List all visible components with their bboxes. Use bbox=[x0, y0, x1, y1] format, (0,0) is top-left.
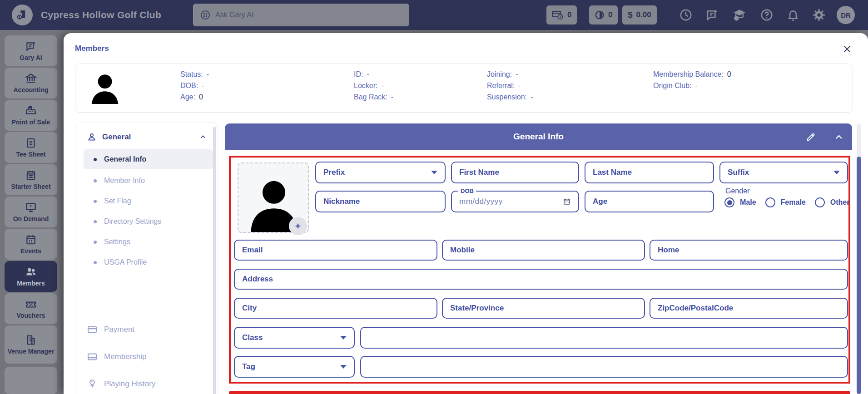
city-field[interactable] bbox=[234, 298, 437, 319]
summary-col-4: Membership Balance:0 Origin Club:- bbox=[653, 70, 731, 90]
class-value-field[interactable] bbox=[360, 327, 848, 349]
sidebar-item-gary-ai[interactable]: Gary AI bbox=[5, 35, 57, 66]
summary-dob: DOB:- bbox=[180, 82, 209, 90]
user-initials: DR bbox=[841, 11, 851, 19]
notes-sparkle-icon[interactable] bbox=[703, 0, 721, 30]
chevron-up-icon[interactable] bbox=[199, 133, 207, 141]
credit-card-icon bbox=[87, 324, 98, 335]
nav-item-usga-profile[interactable]: USGA Profile bbox=[84, 252, 213, 272]
sidebar-item-point-of-sale[interactable]: Point of Sale bbox=[5, 100, 57, 131]
address-field[interactable] bbox=[234, 269, 848, 290]
sidebar-item-tee-sheet[interactable]: Tee Sheet bbox=[5, 132, 57, 163]
close-icon[interactable] bbox=[839, 41, 855, 57]
mobile-field[interactable] bbox=[442, 240, 645, 261]
member-nav-panel: General General Info Member Info Set Fla… bbox=[75, 123, 218, 394]
members-people-icon bbox=[25, 266, 37, 278]
cash-register-icon bbox=[25, 105, 37, 117]
tag-select[interactable]: Tag bbox=[234, 356, 355, 378]
nav-section-payment[interactable]: Payment bbox=[87, 320, 209, 340]
nav-scrollbar[interactable] bbox=[213, 127, 216, 394]
chevron-down-icon bbox=[340, 336, 347, 340]
bullet-icon bbox=[94, 220, 97, 223]
summary-col-2: ID:- Locker:- Bag Rack:- bbox=[354, 70, 393, 101]
edit-pencil-icon[interactable] bbox=[803, 129, 818, 145]
section-title: General Info bbox=[513, 132, 564, 142]
user-avatar[interactable]: DR bbox=[837, 6, 855, 24]
last-name-field[interactable] bbox=[585, 162, 714, 183]
sidebar-item-venue-manager[interactable]: Venue Manager bbox=[5, 325, 57, 364]
summary-age: Age:0 bbox=[180, 93, 209, 101]
nav-section-playing-history[interactable]: Playing History bbox=[87, 374, 209, 394]
dob-field[interactable]: DOB mm/dd/yyyy bbox=[451, 191, 579, 212]
notifications-bell-icon[interactable] bbox=[784, 0, 802, 30]
summary-bag-rack: Bag Rack:- bbox=[354, 93, 393, 101]
cash-badge[interactable]: $ 0.00 bbox=[622, 5, 657, 25]
bullet-icon bbox=[94, 158, 97, 161]
add-photo-button[interactable] bbox=[289, 217, 307, 235]
sidebar-item-partial[interactable] bbox=[5, 367, 57, 394]
person-icon bbox=[87, 132, 97, 142]
ask-gary-search[interactable]: Ask Gary AI bbox=[193, 4, 409, 26]
sidebar-item-accounting[interactable]: Accounting bbox=[5, 68, 57, 98]
radio-female[interactable] bbox=[765, 197, 775, 207]
club-logo: $ bbox=[12, 5, 33, 25]
nav-item-general-info[interactable]: General Info bbox=[84, 149, 213, 169]
email-field[interactable] bbox=[234, 240, 437, 261]
club-logo-icon: $ bbox=[15, 8, 29, 22]
nav-item-directory-settings[interactable]: Directory Settings bbox=[84, 212, 213, 231]
nav-item-set-flag[interactable]: Set Flag bbox=[84, 191, 213, 211]
sidebar-item-on-demand[interactable]: On Demand bbox=[5, 197, 57, 227]
timer-count: 0 bbox=[608, 10, 612, 20]
timer-badge[interactable]: 0 bbox=[589, 5, 618, 25]
home-phone-field[interactable] bbox=[650, 240, 848, 261]
plus-icon bbox=[294, 222, 302, 230]
sidebar-item-events[interactable]: Events bbox=[5, 229, 57, 260]
svg-text:$: $ bbox=[735, 16, 738, 20]
radio-male[interactable] bbox=[724, 197, 734, 207]
content-scrollbar-thumb[interactable] bbox=[857, 157, 861, 394]
terminal-queue-badge[interactable]: 0 bbox=[546, 5, 577, 25]
calendar-icon[interactable] bbox=[563, 197, 571, 206]
search-placeholder: Ask Gary AI bbox=[215, 11, 253, 19]
nav-section-general[interactable]: General bbox=[87, 129, 207, 145]
chevron-down-icon bbox=[340, 365, 347, 369]
calendar-icon bbox=[25, 234, 37, 246]
clock-icon[interactable] bbox=[677, 0, 695, 30]
summary-col-1: Status:- DOB:- Age:0 bbox=[180, 70, 209, 101]
tag-value-field[interactable] bbox=[360, 356, 848, 378]
bank-icon bbox=[25, 73, 37, 84]
summary-origin-club: Origin Club:- bbox=[653, 82, 731, 90]
summary-id: ID:- bbox=[354, 70, 393, 79]
building-icon bbox=[25, 334, 37, 346]
dob-value: mm/dd/yyyy bbox=[459, 197, 503, 206]
sidebar-item-members[interactable]: Members bbox=[5, 261, 57, 292]
settings-gear-icon[interactable] bbox=[809, 0, 828, 30]
help-icon[interactable] bbox=[758, 0, 776, 30]
collapse-chevron-icon[interactable] bbox=[831, 129, 847, 145]
first-name-field[interactable] bbox=[451, 162, 579, 183]
sidebar-item-vouchers[interactable]: Vouchers bbox=[5, 293, 57, 324]
summary-col-3: Joining:- Referral:- Suspension:- bbox=[487, 70, 533, 101]
zipcode-field[interactable] bbox=[650, 298, 848, 319]
nav-section-membership[interactable]: Membership bbox=[87, 347, 209, 367]
radio-other[interactable] bbox=[815, 197, 825, 207]
state-province-field[interactable] bbox=[442, 298, 645, 319]
summary-suspension: Suspension:- bbox=[487, 93, 533, 101]
training-icon[interactable]: $ bbox=[729, 0, 749, 30]
suffix-select[interactable]: Suffix bbox=[719, 162, 848, 183]
nav-item-member-info[interactable]: Member Info bbox=[84, 171, 213, 191]
prefix-select[interactable]: Prefix bbox=[315, 162, 446, 183]
membership-card-icon bbox=[87, 351, 98, 362]
cash-amount: 0.00 bbox=[636, 10, 651, 20]
currency-symbol: $ bbox=[628, 10, 633, 20]
general-info-header: General Info bbox=[225, 123, 852, 150]
class-select[interactable]: Class bbox=[234, 327, 355, 349]
modal-title: Members bbox=[75, 44, 109, 53]
age-field[interactable] bbox=[585, 191, 714, 212]
nav-item-settings[interactable]: Settings bbox=[84, 232, 213, 252]
clipboard-calendar-icon bbox=[25, 169, 37, 181]
summary-membership-balance: Membership Balance:0 bbox=[653, 70, 731, 79]
bullet-icon bbox=[94, 179, 97, 182]
nickname-field[interactable] bbox=[315, 191, 446, 212]
sidebar-item-starter-sheet[interactable]: Starter Sheet bbox=[5, 164, 57, 195]
